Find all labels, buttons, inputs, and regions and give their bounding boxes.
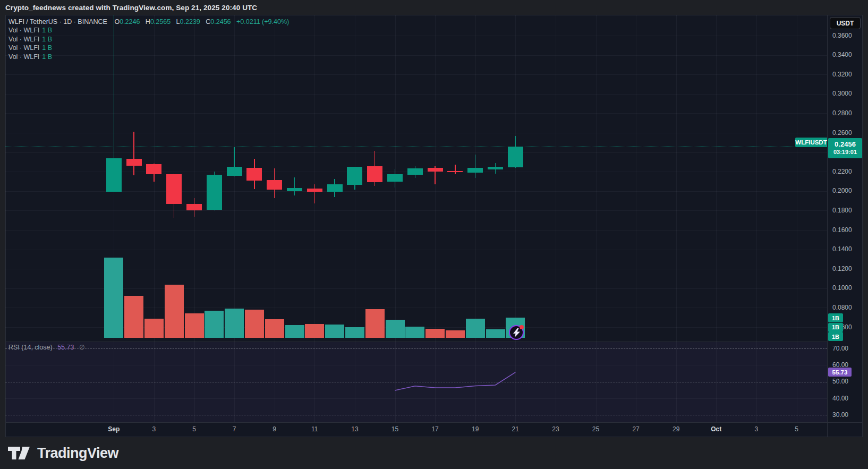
ohlc-low-key: L: [176, 18, 180, 25]
symbol-legend[interactable]: WLFI / TetherUS · 1D · BINANCE O0.2246 H…: [8, 18, 289, 61]
volume-value-text: 1B: [832, 324, 839, 330]
lightning-bolt-icon: [513, 328, 520, 337]
rsi-value-text: 55.73: [832, 369, 848, 376]
rsi-legend-label: RSI (14, close): [8, 344, 53, 351]
change-value: +0.0211 (+9.40%): [236, 18, 289, 25]
volume-legend-row[interactable]: Vol · WLFI1 B: [8, 44, 289, 52]
volume-value-badge: 1B: [828, 313, 843, 322]
volume-legend-value: 1 B: [42, 27, 52, 34]
ohlc-open-key: O: [114, 18, 120, 25]
volume-legend-label: Vol · WLFI: [8, 53, 39, 61]
volume-legend-row[interactable]: Vol · WLFI1 B: [8, 35, 289, 44]
volume-legend-row[interactable]: Vol · WLFI1 B: [8, 53, 289, 61]
empty-set-icon: ∅: [79, 344, 84, 351]
volume-legend-label: Vol · WLFI: [8, 36, 39, 43]
ohlc-low-value: 0.2239: [180, 18, 200, 25]
ohlc-high-key: H: [146, 18, 150, 25]
ohlc-high-value: 0.2565: [150, 18, 171, 25]
tradingview-snapshot: Crypto_feednews created with TradingView…: [0, 0, 868, 469]
rsi-value-badge: 55.73: [828, 368, 852, 377]
volume-legend-label: Vol · WLFI: [8, 27, 39, 34]
notification-dot: [520, 325, 524, 329]
symbol-price-flag-text: WLFIUSDT: [795, 139, 827, 146]
rsi-legend[interactable]: RSI (14, close) 55.73 ∅: [8, 344, 84, 351]
volume-value-text: 1B: [832, 334, 839, 340]
symbol-title-row[interactable]: WLFI / TetherUS · 1D · BINANCE O0.2246 H…: [8, 18, 289, 26]
volume-value-text: 1B: [832, 315, 839, 321]
current-price-badge: 0.2456 03:19:01: [828, 138, 862, 158]
volume-legend-value: 1 B: [42, 53, 52, 61]
candle-countdown: 03:19:01: [833, 148, 857, 156]
volume-legend-label: Vol · WLFI: [8, 44, 39, 52]
chart-surface[interactable]: [5, 15, 827, 422]
symbol-price-flag: WLFIUSDT: [795, 138, 827, 147]
ohlc-close-value: 0.2456: [210, 18, 231, 25]
volume-value-badge: 1B: [828, 323, 843, 332]
volume-legend-value: 1 B: [42, 36, 52, 43]
ohlc-close-key: C: [206, 18, 210, 25]
volume-legend-value: 1 B: [42, 44, 52, 52]
volume-value-badge: 1B: [828, 332, 843, 341]
price-axis[interactable]: [827, 15, 862, 422]
currency-toggle-label: USDT: [837, 20, 854, 27]
currency-toggle-button[interactable]: USDT: [830, 17, 861, 29]
ohlc-open-value: 0.2246: [120, 18, 140, 25]
rsi-legend-value: 55.73: [57, 344, 74, 351]
volume-legend-row[interactable]: Vol · WLFI1 B: [8, 26, 289, 35]
current-price-value: 0.2456: [835, 141, 856, 148]
symbol-title[interactable]: WLFI / TetherUS · 1D · BINANCE: [8, 18, 107, 25]
time-axis[interactable]: [5, 422, 827, 437]
watermark-avatar: [509, 325, 524, 340]
